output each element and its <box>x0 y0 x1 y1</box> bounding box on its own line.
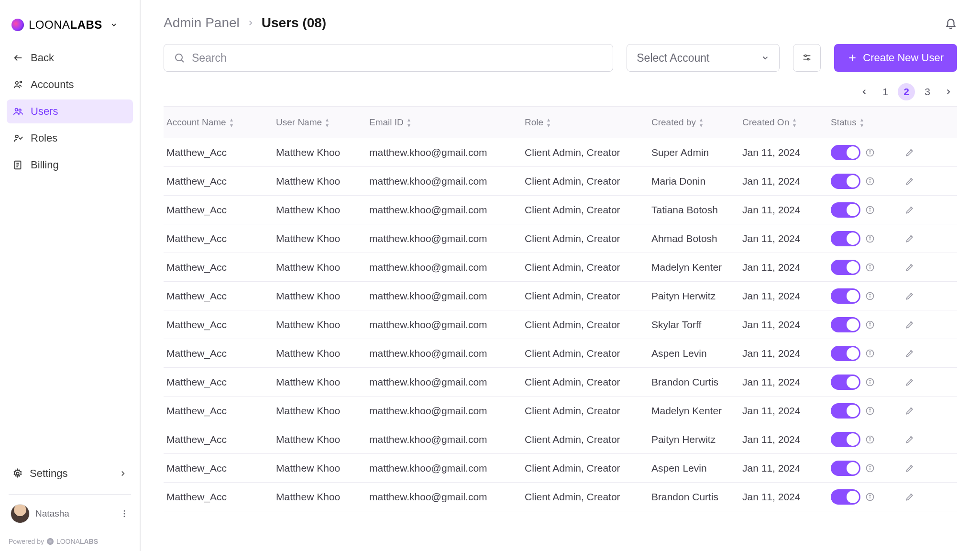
chevron-right-icon <box>119 469 127 478</box>
edit-button[interactable] <box>905 320 914 330</box>
info-icon[interactable] <box>865 349 875 358</box>
col-created-by[interactable]: Created by▴▾ <box>651 117 742 128</box>
sort-icon: ▴▾ <box>326 117 329 128</box>
info-icon[interactable] <box>865 406 875 416</box>
status-toggle[interactable] <box>831 375 860 390</box>
divider <box>9 494 131 495</box>
edit-button[interactable] <box>905 148 914 157</box>
create-user-button[interactable]: Create New User <box>834 44 957 72</box>
col-status[interactable]: Status▴▾ <box>831 117 888 128</box>
cell-created-on: Jan 11, 2024 <box>742 147 831 158</box>
status-toggle[interactable] <box>831 317 860 332</box>
edit-button[interactable] <box>905 349 914 358</box>
sort-icon: ▴▾ <box>700 117 703 128</box>
info-icon[interactable] <box>865 205 875 215</box>
page-2[interactable]: 2 <box>898 83 915 100</box>
sidebar-item-accounts[interactable]: Accounts <box>7 73 133 97</box>
col-created-on[interactable]: Created On▴▾ <box>742 117 831 128</box>
status-toggle[interactable] <box>831 489 860 505</box>
edit-button[interactable] <box>905 176 914 186</box>
edit-button[interactable] <box>905 377 914 387</box>
cell-status <box>831 461 888 476</box>
cell-email: matthew.khoo@gmail.com <box>369 147 525 158</box>
status-toggle[interactable] <box>831 260 860 275</box>
edit-button[interactable] <box>905 291 914 301</box>
status-toggle[interactable] <box>831 145 860 160</box>
more-vertical-icon[interactable] <box>120 509 129 518</box>
table-row: Matthew_AccMatthew Khoomatthew.khoo@gmai… <box>164 282 957 310</box>
svg-point-54 <box>870 437 870 438</box>
sidebar-item-users[interactable]: Users <box>7 99 133 123</box>
edit-button[interactable] <box>905 406 914 416</box>
brand[interactable]: LOONALABS <box>7 18 133 46</box>
chevron-down-icon[interactable] <box>110 21 118 29</box>
cell-status <box>831 317 888 332</box>
notifications-button[interactable] <box>945 17 957 29</box>
info-icon[interactable] <box>865 176 875 186</box>
col-role[interactable]: Role▴▾ <box>525 117 651 128</box>
status-toggle[interactable] <box>831 461 860 476</box>
info-icon[interactable] <box>865 320 875 330</box>
page-next-button[interactable] <box>940 83 957 100</box>
info-icon[interactable] <box>865 148 875 157</box>
sidebar-item-billing[interactable]: Billing <box>7 153 133 177</box>
cell-user: Matthew Khoo <box>276 204 369 216</box>
page-prev-button[interactable] <box>856 83 873 100</box>
edit-button[interactable] <box>905 205 914 215</box>
info-icon[interactable] <box>865 435 875 444</box>
cell-email: matthew.khoo@gmail.com <box>369 204 525 216</box>
cell-actions <box>888 205 931 215</box>
svg-point-48 <box>870 380 870 381</box>
info-icon[interactable] <box>865 463 875 473</box>
page-3[interactable]: 3 <box>919 83 936 100</box>
status-toggle[interactable] <box>831 346 860 361</box>
cell-actions <box>888 320 931 330</box>
cell-user: Matthew Khoo <box>276 233 369 244</box>
search-field[interactable] <box>164 44 613 72</box>
create-label: Create New User <box>863 52 944 64</box>
edit-button[interactable] <box>905 234 914 243</box>
filter-button[interactable] <box>793 44 821 72</box>
cell-created-by: Paityn Herwitz <box>651 434 742 445</box>
status-toggle[interactable] <box>831 231 860 246</box>
account-icon <box>12 79 24 90</box>
cell-user: Matthew Khoo <box>276 262 369 273</box>
cell-created-by: Madelyn Kenter <box>651 405 742 417</box>
status-toggle[interactable] <box>831 432 860 447</box>
info-icon[interactable] <box>865 263 875 272</box>
back-button[interactable]: Back <box>7 46 133 70</box>
profile-section[interactable]: Natasha <box>7 501 133 526</box>
info-icon[interactable] <box>865 234 875 243</box>
sidebar-item-roles[interactable]: Roles <box>7 126 133 150</box>
col-user-name[interactable]: User Name▴▾ <box>276 117 369 128</box>
sidebar-item-settings[interactable]: Settings <box>7 462 133 485</box>
info-icon[interactable] <box>865 492 875 502</box>
cell-email: matthew.khoo@gmail.com <box>369 319 525 331</box>
info-icon[interactable] <box>865 377 875 387</box>
edit-button[interactable] <box>905 263 914 272</box>
svg-point-1 <box>16 82 19 85</box>
cell-status <box>831 432 888 447</box>
col-email[interactable]: Email ID▴▾ <box>369 117 525 128</box>
breadcrumb-section[interactable]: Admin Panel <box>164 15 240 31</box>
cell-email: matthew.khoo@gmail.com <box>369 176 525 187</box>
svg-point-33 <box>870 236 870 237</box>
status-toggle[interactable] <box>831 202 860 218</box>
svg-point-39 <box>870 294 870 295</box>
page-1[interactable]: 1 <box>877 83 894 100</box>
edit-button[interactable] <box>905 435 914 444</box>
cell-email: matthew.khoo@gmail.com <box>369 463 525 474</box>
info-icon[interactable] <box>865 291 875 301</box>
status-toggle[interactable] <box>831 288 860 304</box>
cell-created-by: Ahmad Botosh <box>651 233 742 244</box>
sidebar-item-label: Back <box>31 52 54 64</box>
status-toggle[interactable] <box>831 403 860 419</box>
edit-button[interactable] <box>905 492 914 502</box>
status-toggle[interactable] <box>831 174 860 189</box>
cell-user: Matthew Khoo <box>276 147 369 158</box>
search-input[interactable] <box>192 52 603 65</box>
account-select[interactable]: Select Account <box>627 44 780 72</box>
sort-icon: ▴▾ <box>793 117 796 128</box>
col-account-name[interactable]: Account Name▴▾ <box>164 117 276 128</box>
edit-button[interactable] <box>905 463 914 473</box>
